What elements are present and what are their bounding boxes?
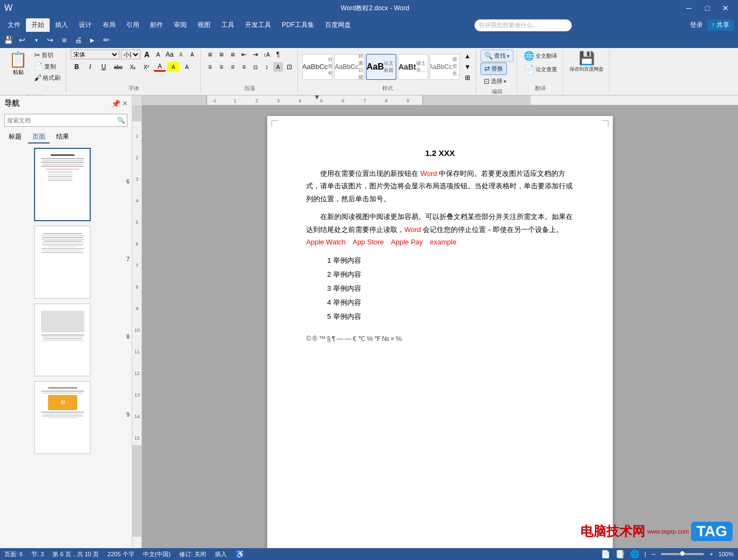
undo-button[interactable]: ↩ [16, 34, 28, 46]
print-preview-button[interactable]: 🖨 [72, 34, 84, 46]
tab-baidu-pan[interactable]: 百度网盘 [320, 18, 356, 32]
borders-button[interactable]: ⊡ [285, 62, 294, 72]
undo-dropdown[interactable]: ▾ [30, 34, 42, 46]
multilevel-button[interactable]: ≡ [228, 50, 238, 59]
align-right-button[interactable]: ≡ [228, 62, 238, 72]
tab-tools[interactable]: 工具 [216, 18, 240, 32]
subscript-button[interactable]: X₂ [127, 62, 139, 72]
cut-button[interactable]: ✂ 剪切 [32, 50, 63, 60]
increase-indent[interactable]: ⇥ [250, 50, 260, 59]
svg-text:10: 10 [134, 327, 140, 333]
document-area[interactable]: 1.2 XXX 使用在需要位置出现的新按钮在 Word 中保存时间。若要更改图片… [142, 105, 738, 548]
minimize-button[interactable]: ─ [681, 3, 697, 13]
page-thumb-8[interactable]: 8 [2, 303, 130, 377]
distribute-button[interactable]: ⊡ [250, 62, 260, 72]
view-mode-web[interactable]: 🌐 [630, 550, 639, 558]
paper-check-button[interactable]: 📄 论文查重 [522, 63, 559, 76]
page-thumb-9[interactable]: 🖼 9 [2, 381, 130, 454]
tab-mailings[interactable]: 邮件 [145, 18, 168, 32]
para1-text: 使用在需要位置出现的新按钮在 [320, 169, 421, 177]
tab-layout[interactable]: 布局 [97, 18, 121, 32]
font-size-select[interactable]: 小四 [121, 50, 140, 59]
word-red-2: Word [404, 226, 421, 234]
redo-button[interactable]: ↪ [44, 34, 56, 46]
watermark-text: 电脑技术网 [580, 523, 645, 540]
style-item-1[interactable]: AaBbCc 封面日期 [334, 54, 364, 80]
view-button[interactable]: ▶ [86, 34, 98, 46]
view-mode-read[interactable]: 📄 [601, 550, 610, 558]
markup-button[interactable]: ✏ [100, 34, 112, 46]
customize-button[interactable]: ⊞ [58, 34, 70, 46]
tab-home[interactable]: 开始 [26, 18, 50, 32]
restore-button[interactable]: □ [699, 3, 715, 13]
paste-button[interactable]: 📋 粘贴 [5, 50, 31, 77]
save-button[interactable]: 💾 [2, 34, 14, 46]
decrease-font-button[interactable]: A [153, 50, 163, 59]
tab-design[interactable]: 设计 [73, 18, 97, 32]
select-button[interactable]: ⊡ 选择 ▾ [480, 76, 510, 87]
login-button[interactable]: 登录 [690, 21, 703, 30]
format-painter-button[interactable]: 🖌 格式刷 [32, 72, 63, 83]
save-baidu-button[interactable]: 💾 保存到百度网盘 [567, 50, 606, 74]
line-spacing-button[interactable]: ↕ [262, 62, 272, 72]
styles-more[interactable]: ⊞ [463, 73, 472, 83]
style-item-2[interactable]: AaB 论文标题 [366, 54, 396, 80]
copy-button[interactable]: 📄 复制 [32, 61, 63, 72]
tab-insert[interactable]: 插入 [50, 18, 73, 32]
svg-text:2: 2 [136, 155, 138, 160]
find-button[interactable]: 🔍 查找 ▾ [480, 50, 513, 62]
page-thumb-7[interactable]: 7 [2, 226, 130, 299]
tab-references[interactable]: 引用 [121, 18, 145, 32]
align-left-button[interactable]: ≡ [205, 62, 215, 72]
text-effects-button[interactable]: A [176, 50, 186, 59]
bold-button[interactable]: B [71, 62, 83, 72]
nav-search-input[interactable] [4, 114, 127, 127]
baidu-search-box[interactable]: 告诉我您想要做什么... [475, 19, 572, 31]
close-button[interactable]: ✕ [717, 3, 734, 13]
share-button[interactable]: ↑ 共享 [707, 19, 734, 31]
justify-button[interactable]: ≡ [239, 62, 249, 72]
text-color-button[interactable]: A [154, 62, 166, 72]
nav-tab-results[interactable]: 结果 [52, 131, 73, 144]
superscript-button[interactable]: X² [140, 62, 152, 72]
tab-review[interactable]: 审阅 [168, 18, 192, 32]
styles-scroll-up[interactable]: ▲ [463, 51, 472, 61]
italic-button[interactable]: I [84, 62, 96, 72]
replace-button[interactable]: ⇄ 替换 [480, 63, 507, 75]
highlight-button[interactable]: A [167, 62, 179, 72]
bullets-button[interactable]: ≡ [205, 50, 215, 59]
numbering-button[interactable]: ≡ [216, 50, 226, 59]
nav-close-button[interactable]: × [123, 99, 127, 108]
align-center-button[interactable]: ≡ [216, 62, 226, 72]
underline-button[interactable]: U [98, 62, 110, 72]
strikethrough-button[interactable]: abc [111, 62, 125, 72]
shade-button[interactable]: A [181, 62, 193, 72]
increase-font-button[interactable]: A [142, 50, 152, 59]
zoom-out-button[interactable]: ─ [652, 551, 656, 557]
styles-scroll-down[interactable]: ▼ [463, 62, 472, 72]
style-item-4[interactable]: AaBbCc 研究生... [430, 54, 460, 80]
tab-view[interactable]: 视图 [192, 18, 216, 32]
view-mode-print[interactable]: 📑 [615, 550, 625, 558]
tab-pdf-tools[interactable]: PDF工具集 [276, 18, 320, 32]
style-item-3[interactable]: AaBt 硕士学... [398, 54, 428, 80]
page-thumb-6[interactable]: 6 [2, 148, 130, 221]
zoom-slider[interactable] [661, 553, 704, 555]
decrease-indent[interactable]: ⇤ [239, 50, 249, 59]
zoom-in-button[interactable]: + [709, 551, 713, 557]
nav-tab-pages[interactable]: 页面 [28, 131, 50, 144]
nav-tab-headings[interactable]: 标题 [4, 131, 26, 144]
full-text-translate-button[interactable]: 🌐 全文翻译 [522, 50, 559, 62]
show-marks-button[interactable]: ¶ [273, 50, 283, 59]
tab-developer[interactable]: 开发工具 [240, 18, 276, 32]
style-item-0[interactable]: AaBbCc 分类号 [302, 54, 333, 80]
sort-button[interactable]: ↕A [262, 50, 272, 59]
change-case-button[interactable]: Aa [165, 50, 174, 59]
svg-text:3: 3 [136, 176, 138, 182]
font-clear-button[interactable]: A [187, 50, 197, 59]
nav-pin-button[interactable]: 📌 [111, 99, 120, 108]
page-heading: 1.2 XXX [306, 148, 574, 158]
tab-file[interactable]: 文件 [2, 18, 26, 32]
shading-button[interactable]: A [273, 62, 283, 72]
font-name-select[interactable]: 宋体 [71, 50, 119, 59]
